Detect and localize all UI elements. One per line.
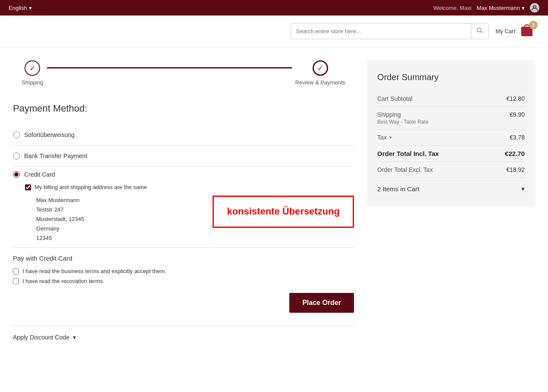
cart-label: My Cart [496, 28, 516, 34]
billing-same-label: My billing and shipping address are the … [34, 184, 147, 190]
user-icon[interactable] [530, 3, 539, 12]
summary-row-shipping: Shipping Best Way - Table Rate €9.90 [377, 107, 525, 130]
language-selector[interactable]: English ▾ [9, 5, 32, 11]
discount-label: Apply Discount Code [13, 334, 69, 341]
terms-label-2: I have read the recovation terms. [22, 278, 104, 284]
user-name-dropdown[interactable]: Max Mustermann ▾ [477, 5, 525, 11]
shipping-label: Shipping [377, 111, 429, 118]
shipping-label-group: Shipping Best Way - Table Rate [377, 111, 429, 125]
summary-row-tax: Tax ▾ €3.78 [377, 130, 525, 146]
summary-row-total-excl: Order Total Excl. Tax €18.92 [377, 162, 525, 178]
summary-row-subtotal: Cart Subtotal €12.80 [377, 91, 525, 107]
search-input[interactable] [291, 25, 471, 38]
left-panel: ✓ Shipping ✓ Review & Payments Payment M… [13, 60, 354, 348]
subtotal-value: €12.80 [506, 95, 525, 102]
order-summary-title: Order Summary [377, 72, 525, 82]
address-text: Max Mustermann Teststr 247 Musterstadt, … [25, 196, 206, 243]
items-in-cart-row[interactable]: 2 Items in Cart ▾ [377, 178, 525, 195]
subtotal-label: Cart Subtotal [377, 95, 413, 102]
tax-label: Tax [377, 134, 387, 141]
place-order-button[interactable]: Place Order [289, 293, 354, 313]
payment-option-sofort[interactable]: Sofortüberweisung [13, 124, 354, 146]
items-in-cart-label: 2 Items in Cart [377, 185, 420, 193]
discount-chevron: ▾ [73, 334, 76, 341]
language-chevron: ▾ [29, 5, 32, 11]
user-area: Welcome, Maxi Max Mustermann ▾ [433, 3, 539, 12]
place-order-wrap: Place Order [13, 293, 354, 313]
address-name: Max Mustermann [36, 196, 206, 205]
svg-point-0 [533, 6, 536, 8]
credit-card-header: Credit Card [13, 171, 354, 178]
cart-badge: 2 [529, 21, 538, 29]
payment-label-creditcard: Credit Card [24, 171, 55, 178]
user-name-label: Max Mustermann [477, 5, 520, 11]
items-chevron: ▾ [521, 185, 525, 193]
order-summary: Order Summary Cart Subtotal €12.80 Shipp… [367, 60, 535, 207]
credit-card-section: Credit Card My billing and shipping addr… [13, 167, 354, 248]
payment-option-bank[interactable]: Bank Transfer Payment [13, 146, 354, 167]
total-incl-label: Order Total Incl. Tax [377, 150, 439, 157]
tax-chevron[interactable]: ▾ [389, 134, 392, 140]
step-connector [47, 67, 292, 68]
terms-checkbox-1[interactable] [13, 268, 19, 274]
terms-section: I have read the business terms and expli… [13, 268, 354, 284]
address-city: Musterstadt, 12345 [36, 215, 206, 224]
billing-info: My billing and shipping address are the … [25, 184, 354, 243]
terms-checkbox-2[interactable] [13, 278, 19, 284]
search-bar [291, 23, 489, 39]
terms-row-2: I have read the recovation terms. [13, 278, 354, 284]
right-panel: Order Summary Cart Subtotal €12.80 Shipp… [367, 60, 535, 348]
payment-label-sofort: Sofortüberweisung [24, 131, 75, 138]
total-incl-value: €22.70 [505, 150, 525, 157]
svg-point-1 [477, 28, 481, 32]
payment-radio-creditcard[interactable] [13, 171, 20, 178]
address-street: Teststr 247 [36, 205, 206, 215]
step-review-circle: ✓ [313, 60, 328, 76]
total-excl-label: Order Total Excl. Tax [377, 166, 433, 173]
cart-area[interactable]: My Cart 2 [496, 22, 535, 40]
discount-toggle[interactable]: Apply Discount Code ▾ [13, 334, 354, 341]
billing-same-checkbox[interactable] [25, 184, 31, 190]
main-content: ✓ Shipping ✓ Review & Payments Payment M… [0, 47, 548, 348]
svg-line-2 [481, 31, 482, 33]
address-zip: 12345 [36, 233, 206, 243]
step-shipping-label: Shipping [22, 79, 44, 86]
top-bar: English ▾ Welcome, Maxi Max Mustermann ▾ [0, 0, 548, 16]
payment-radio-sofort[interactable] [13, 131, 20, 138]
cart-icon-wrap: 2 [519, 22, 535, 40]
payment-options: Sofortüberweisung Bank Transfer Payment … [13, 124, 354, 248]
pay-with-label: Pay with Credit Card [13, 255, 354, 262]
billing-checkbox-row: My billing and shipping address are the … [25, 184, 354, 190]
summary-row-total-incl: Order Total Incl. Tax €22.70 [377, 146, 525, 162]
payment-method-title: Payment Method: [13, 103, 354, 114]
annotation-box: konsistente Übersetzung [213, 196, 354, 228]
step-review: ✓ Review & Payments [295, 60, 345, 86]
payment-radio-bank[interactable] [13, 152, 20, 159]
billing-address-wrap: Max Mustermann Teststr 247 Musterstadt, … [25, 196, 354, 243]
address-country: Germany [36, 224, 206, 233]
step-review-label: Review & Payments [295, 79, 345, 86]
payment-label-bank: Bank Transfer Payment [24, 152, 87, 159]
search-button[interactable] [471, 24, 489, 39]
shipping-sublabel: Best Way - Table Rate [377, 119, 429, 125]
tax-value: €3.78 [510, 134, 525, 141]
step-shipping: ✓ Shipping [22, 60, 44, 86]
progress-steps: ✓ Shipping ✓ Review & Payments [13, 60, 354, 86]
welcome-text: Welcome, Maxi [433, 5, 472, 11]
terms-label-1: I have read the business terms and expli… [22, 268, 166, 274]
discount-section: Apply Discount Code ▾ [13, 326, 354, 348]
tax-label-row: Tax ▾ [377, 134, 392, 141]
search-icon [476, 27, 483, 34]
shipping-value: €9.90 [510, 111, 525, 118]
annotation-text: konsistente Übersetzung [227, 205, 340, 218]
step-shipping-circle: ✓ [25, 60, 40, 76]
language-label: English [9, 5, 27, 11]
terms-row-1: I have read the business terms and expli… [13, 268, 354, 274]
total-excl-value: €18.92 [506, 166, 525, 173]
header: My Cart 2 [0, 16, 548, 47]
user-chevron: ▾ [522, 5, 525, 11]
